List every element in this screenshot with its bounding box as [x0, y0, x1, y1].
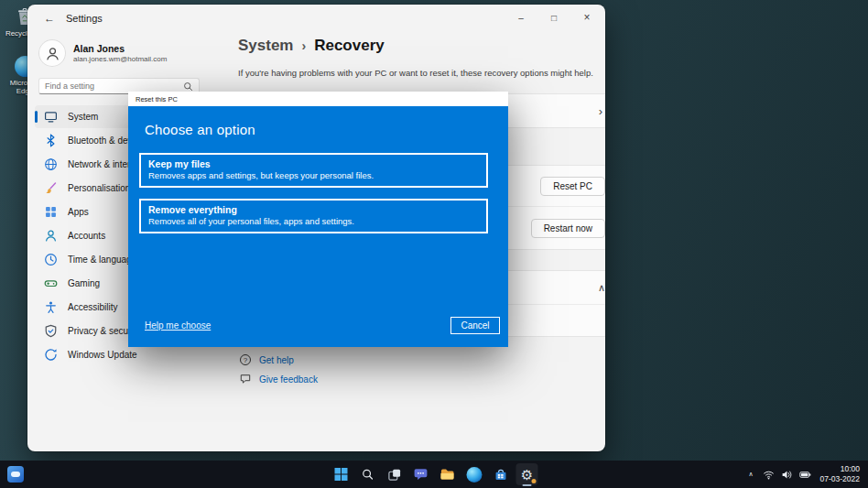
sidebar-item-label: Gaming — [68, 278, 100, 288]
clock[interactable]: 10:00 07-03-2022 — [820, 464, 860, 484]
volume-icon[interactable] — [781, 469, 793, 481]
dialog-body: Choose an option Keep my files Removes a… — [128, 106, 508, 347]
breadcrumb: System › Recovery — [238, 37, 385, 55]
remove-everything-option[interactable]: Remove everything Removes all of your pe… — [139, 199, 488, 233]
time: 10:00 — [841, 464, 860, 474]
give-feedback-label: Give feedback — [259, 374, 318, 385]
breadcrumb-separator-icon: › — [301, 38, 306, 53]
page-title: Recovery — [314, 37, 385, 55]
maximize-button[interactable]: □ — [537, 5, 570, 29]
windows-update-icon — [44, 348, 58, 362]
settings-taskbar-icon[interactable]: ⚙ — [516, 463, 538, 485]
window-controls: – □ × — [505, 5, 603, 29]
user-name: Alan Jones — [73, 43, 167, 54]
gaming-icon — [44, 277, 58, 290]
system-tray: ∧ 10:00 07-03-2022 — [748, 461, 860, 488]
battery-icon[interactable] — [799, 469, 811, 481]
taskbar-center: ⚙ — [331, 461, 538, 488]
edge-taskbar-icon[interactable] — [463, 463, 485, 485]
file-explorer-icon[interactable] — [437, 463, 459, 485]
user-account[interactable]: Alan Jones alan.jones.wm@hotmail.com — [35, 34, 203, 74]
apps-icon — [44, 205, 58, 219]
dialog-heading: Choose an option — [145, 122, 255, 137]
window-title: Settings — [66, 13, 103, 24]
network-icon[interactable] — [763, 469, 775, 481]
option-title: Remove everything — [148, 204, 479, 215]
date: 07-03-2022 — [820, 474, 860, 484]
network-icon — [44, 157, 58, 171]
chevron-right-icon: › — [599, 105, 602, 117]
accounts-icon — [44, 229, 58, 243]
store-icon[interactable] — [490, 463, 512, 485]
bluetooth-icon — [44, 134, 58, 147]
chat-icon[interactable] — [410, 463, 432, 485]
user-meta: Alan Jones alan.jones.wm@hotmail.com — [73, 43, 167, 63]
keep-my-files-option[interactable]: Keep my files Removes apps and settings,… — [139, 153, 488, 188]
help-links: ? Get help Give feedback — [240, 354, 318, 385]
option-description: Removes all of your personal files, apps… — [148, 216, 479, 226]
window-titlebar: ← Settings – □ × — [27, 5, 605, 32]
sidebar-item-label: Apps — [68, 207, 89, 217]
sidebar-item-label: System — [68, 112, 98, 122]
breadcrumb-system[interactable]: System — [238, 37, 293, 55]
close-button[interactable]: × — [570, 5, 603, 29]
personalisation-icon — [44, 181, 58, 195]
chevron-up-icon: ∧ — [598, 283, 605, 293]
search-taskbar-icon[interactable] — [357, 463, 379, 485]
screen: Recycle Bin Microsoft Edge ← Settings – … — [0, 0, 868, 488]
help-me-choose-link[interactable]: Help me choose — [145, 320, 211, 331]
back-button[interactable]: ← — [35, 7, 64, 29]
taskbar: ⚙ ∧ 10:00 07-03-2022 — [0, 461, 868, 488]
user-email: alan.jones.wm@hotmail.com — [73, 55, 167, 63]
give-feedback-link[interactable]: Give feedback — [240, 374, 318, 385]
get-help-label: Get help — [259, 355, 294, 365]
reset-this-pc-dialog: Reset this PC Choose an option Keep my f… — [128, 92, 508, 347]
sidebar-item-label: Personalisation — [68, 183, 130, 193]
dialog-titlebar: Reset this PC — [128, 92, 508, 106]
task-view-icon[interactable] — [384, 463, 406, 485]
sidebar-item-label: Accounts — [68, 231, 105, 241]
option-title: Keep my files — [148, 158, 479, 169]
reset-pc-button[interactable]: Reset PC — [540, 177, 605, 196]
search-input[interactable] — [45, 81, 183, 91]
restart-now-button[interactable]: Restart now — [531, 219, 605, 238]
hidden-icons-chevron[interactable]: ∧ — [748, 471, 753, 478]
get-help-icon: ? — [240, 354, 251, 365]
avatar — [38, 39, 66, 67]
option-description: Removes apps and settings, but keeps you… — [148, 170, 479, 180]
accessibility-icon — [44, 300, 58, 314]
taskbar-left — [7, 461, 24, 488]
sidebar-item-label: Windows Update — [68, 350, 137, 360]
privacy-security-icon — [44, 324, 58, 338]
page-description: If you're having problems with your PC o… — [238, 68, 593, 78]
time-language-icon — [44, 253, 58, 266]
sidebar-item-label: Accessibility — [68, 302, 117, 312]
start-button[interactable] — [331, 463, 353, 485]
feedback-icon — [240, 374, 251, 385]
notification-dot — [532, 479, 537, 483]
minimize-button[interactable]: – — [505, 5, 537, 29]
cancel-button[interactable]: Cancel — [450, 317, 500, 334]
widgets-icon[interactable] — [7, 466, 24, 483]
get-help-link[interactable]: ? Get help — [240, 354, 318, 365]
search-icon — [183, 81, 193, 92]
dialog-title: Reset this PC — [136, 95, 178, 103]
system-icon — [44, 110, 58, 124]
sidebar-item-label: Time & language — [68, 255, 136, 265]
dialog-options: Keep my files Removes apps and settings,… — [139, 153, 488, 233]
